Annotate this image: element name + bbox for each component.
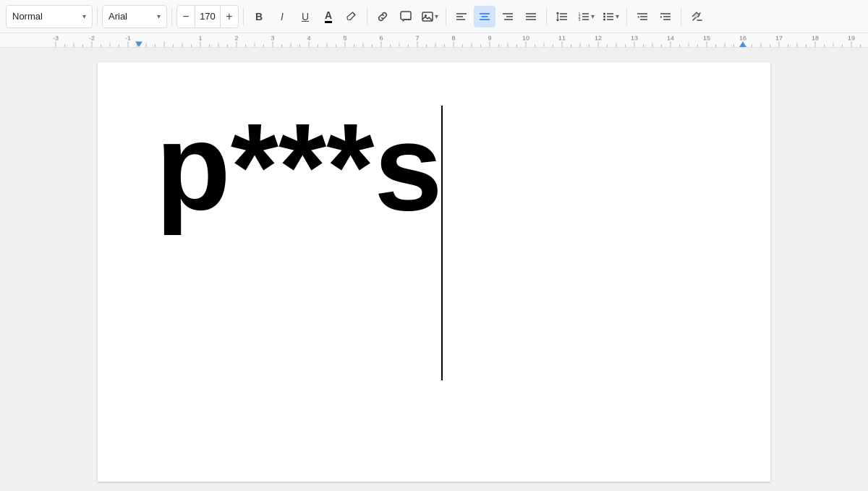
divider-8 [681,8,681,25]
svg-point-29 [603,18,605,20]
comment-icon [399,10,412,23]
ruler [0,33,868,48]
divider-5 [446,8,446,25]
image-icon [421,10,434,23]
highlight-button[interactable] [341,6,362,27]
bullet-list-icon [602,10,615,23]
content-area[interactable]: p***s [0,48,868,491]
divider-6 [546,8,547,25]
style-selector-label: Normal [12,11,80,22]
align-right-icon [501,10,514,23]
numbered-list-dropdown[interactable]: 1. 2. 3. ▾ [574,6,597,27]
indent-decrease-button[interactable] [631,6,653,27]
svg-rect-0 [401,12,411,20]
divider-2 [171,8,172,25]
svg-text:2.: 2. [579,14,582,18]
insert-link-button[interactable] [372,6,393,27]
clear-formatting-button[interactable] [686,6,707,27]
bullet-list-dropdown[interactable]: ▾ [599,6,622,27]
align-left-icon [455,10,468,23]
font-color-icon: A [325,9,332,23]
text-cursor [441,106,443,380]
insert-comment-button[interactable] [395,6,417,27]
line-spacing-icon [556,10,569,23]
indent-decrease-icon [636,10,649,23]
toolbar: Normal ▾ Arial ▾ − 170 + B I U A [0,0,868,33]
increase-font-size-button[interactable]: + [221,5,238,28]
indent-increase-icon [659,10,672,23]
divider-7 [626,8,627,25]
insert-image-dropdown[interactable]: ▾ [418,6,441,27]
align-justify-icon [524,10,537,23]
image-dropdown-chevron: ▾ [435,12,438,20]
highlight-icon [346,11,357,22]
svg-point-2 [425,14,427,17]
line-spacing-button[interactable] [551,6,573,27]
underline-button[interactable]: U [294,6,316,27]
align-justify-button[interactable] [520,6,542,27]
decrease-font-size-button[interactable]: − [177,5,195,28]
italic-button[interactable]: I [271,6,293,27]
font-color-button[interactable]: A [318,6,339,27]
bullet-list-chevron: ▾ [616,12,619,20]
numbered-list-icon: 1. 2. 3. [577,10,590,23]
svg-text:1.: 1. [579,11,582,15]
style-selector-chevron: ▾ [82,12,86,20]
svg-point-28 [603,15,605,17]
ruler-canvas [0,33,868,47]
font-selector-label: Arial [109,11,154,22]
numbered-list-chevron: ▾ [591,12,595,20]
document-content[interactable]: p***s [156,106,712,229]
divider-1 [97,8,98,25]
align-right-button[interactable] [497,6,519,27]
indent-increase-button[interactable] [655,6,676,27]
bold-button[interactable]: B [248,6,270,27]
svg-point-27 [603,12,605,14]
style-selector[interactable]: Normal ▾ [6,5,93,28]
divider-4 [367,8,367,25]
document-text[interactable]: p***s [156,106,443,229]
font-size-value[interactable]: 170 [195,6,221,27]
align-center-button[interactable] [474,6,495,27]
svg-text:3.: 3. [579,17,582,21]
document-page: p***s [98,62,770,482]
clear-format-icon [690,10,703,23]
font-selector-chevron: ▾ [157,12,161,20]
divider-3 [243,8,244,25]
font-size-control: − 170 + [176,5,239,28]
font-selector[interactable]: Arial ▾ [102,5,167,28]
link-icon [376,10,389,23]
svg-rect-1 [422,12,433,21]
align-center-icon [478,10,491,23]
align-left-button[interactable] [451,6,472,27]
